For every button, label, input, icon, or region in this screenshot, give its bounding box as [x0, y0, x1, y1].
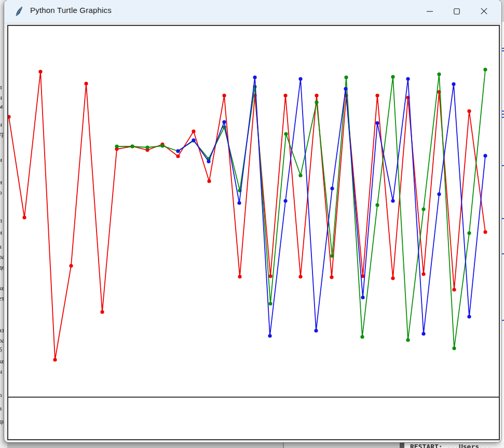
idle-shell-strip: RESTART: ...Users... — [404, 442, 504, 448]
background-text-fragment: и — [0, 178, 2, 186]
turtle-drawing — [8, 26, 499, 439]
blue-series-point — [467, 315, 471, 318]
green-series-point — [375, 203, 379, 207]
background-text-fragment: м — [0, 102, 3, 111]
red-series-point — [483, 230, 487, 234]
red-series-line — [9, 72, 485, 360]
green-series-point — [344, 75, 348, 79]
green-series-point — [391, 75, 394, 78]
background-text-fragment: н — [0, 93, 2, 102]
background-text-fragment: а — [0, 242, 2, 251]
red-series-point — [222, 93, 226, 97]
green-series-point — [268, 302, 272, 305]
blue-series-point — [283, 199, 287, 202]
red-series-point — [391, 276, 394, 280]
background-text-fragment: н — [0, 120, 2, 129]
background-text-fragment: о — [0, 188, 2, 197]
background-text-mark — [502, 320, 504, 321]
minimize-button[interactable] — [416, 0, 443, 22]
blue-series-point — [483, 154, 487, 157]
blue-series-point — [268, 334, 271, 337]
blue-series-point — [421, 332, 425, 335]
green-series-point — [330, 254, 334, 257]
blue-series-point — [452, 82, 455, 86]
blue-series-point — [237, 201, 241, 205]
red-series-point — [268, 274, 272, 278]
red-series-point — [53, 358, 57, 361]
turtle-canvas — [7, 25, 500, 440]
window-controls — [416, 0, 497, 22]
red-series-point — [315, 93, 318, 97]
green-series-point — [406, 338, 410, 342]
tk-feather-icon — [15, 6, 24, 17]
red-series-point — [298, 275, 302, 278]
green-series-point — [284, 132, 288, 135]
close-button[interactable] — [470, 0, 497, 22]
maximize-button[interactable] — [443, 0, 470, 22]
green-series-point — [315, 100, 318, 104]
background-text-mark — [502, 111, 504, 112]
background-text-fragment: о — [0, 391, 2, 399]
background-text-mark — [502, 117, 504, 118]
window-title: Python Turtle Graphics — [30, 6, 112, 15]
green-series-point — [483, 67, 487, 71]
red-series-point — [192, 129, 195, 133]
background-text-fragment: б — [0, 346, 2, 354]
red-series-point — [238, 275, 241, 278]
green-series-point — [452, 346, 456, 350]
blue-series-point — [437, 192, 441, 196]
red-series-point — [375, 93, 379, 97]
blue-series-point — [192, 138, 195, 142]
background-text-fragment: и — [0, 228, 2, 237]
turtle-window: Python Turtle Graphics — [4, 0, 501, 442]
green-series-point — [298, 173, 302, 177]
blue-series-point — [406, 77, 410, 80]
red-series-point — [176, 154, 180, 158]
red-series-point — [84, 82, 88, 85]
bottom-strip-segment — [284, 442, 400, 448]
blue-series-point — [176, 149, 180, 153]
red-series-point — [8, 115, 11, 118]
background-text-fragment: п — [0, 216, 2, 225]
blue-series-point — [330, 186, 334, 190]
idle-restart-text: RESTART: ...Users... — [410, 443, 492, 448]
blue-series-point — [361, 295, 364, 299]
green-series-point — [467, 231, 471, 235]
bottom-strip-segment — [0, 442, 283, 448]
background-text-mark — [502, 48, 504, 49]
green-series-point — [421, 207, 425, 211]
red-series-point — [207, 179, 211, 183]
red-series-point — [38, 70, 42, 73]
bottom-strip-divider — [400, 442, 404, 448]
background-text-fragment: л — [0, 83, 2, 91]
red-series-point — [100, 310, 104, 314]
background-text-fragment: и — [0, 156, 2, 164]
blue-series-line — [178, 77, 485, 336]
close-icon — [481, 8, 487, 15]
background-text-fragment: аз — [0, 326, 4, 334]
red-series-point — [467, 109, 471, 113]
blue-series-point — [222, 120, 226, 124]
red-series-point — [69, 264, 73, 267]
background-text-mark — [502, 114, 504, 115]
green-series-point — [115, 144, 118, 148]
blue-series-point — [314, 329, 318, 332]
green-series-point — [160, 144, 164, 147]
background-text-mark — [502, 50, 504, 51]
green-series-point — [437, 72, 441, 76]
background-text-fragment: н — [0, 368, 2, 376]
green-series-line — [117, 70, 485, 348]
red-series-point — [330, 275, 333, 279]
blue-series-point — [207, 159, 210, 163]
green-series-point — [130, 144, 134, 148]
minimize-icon — [427, 8, 433, 15]
background-text-mark — [502, 253, 504, 254]
title-bar[interactable]: Python Turtle Graphics — [4, 0, 501, 23]
blue-series-point — [375, 121, 379, 125]
blue-series-point — [253, 75, 256, 79]
red-series-point — [22, 215, 26, 219]
background-text-mark — [502, 218, 504, 219]
green-series-point — [145, 145, 149, 149]
red-series-point — [452, 288, 456, 291]
blue-series-point — [298, 77, 302, 80]
